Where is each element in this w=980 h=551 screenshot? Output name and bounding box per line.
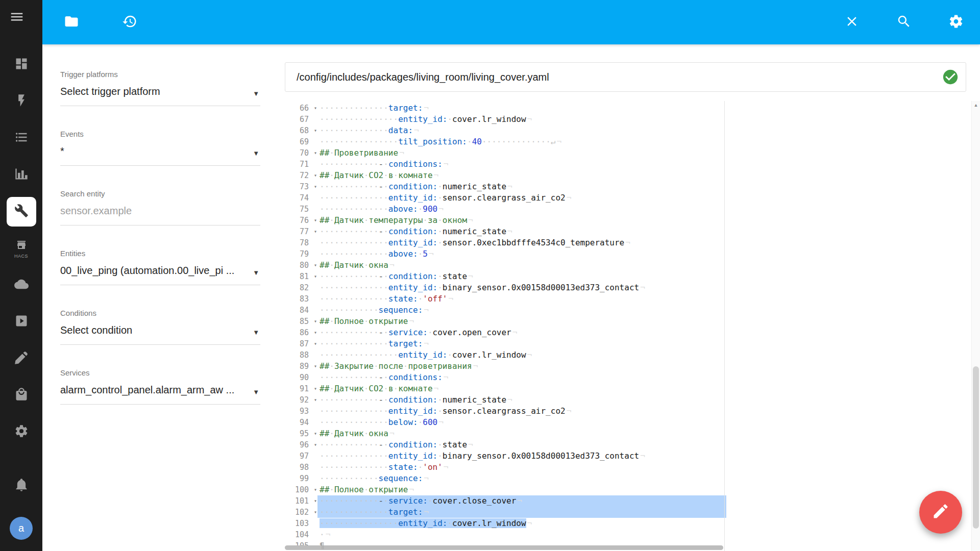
- fold-arrow-icon[interactable]: ▾: [311, 103, 320, 114]
- editor-line-90[interactable]: 90············-·conditions:¬: [285, 372, 980, 383]
- line-content[interactable]: ##·Полное·открытие¬: [320, 484, 980, 495]
- line-content[interactable]: ##·Полное·открытие¬: [320, 316, 980, 327]
- line-number[interactable]: 79: [285, 248, 311, 260]
- editor-line-95[interactable]: 95▾##·Датчик·окна¬: [285, 428, 980, 439]
- events-select[interactable]: *▼: [60, 143, 260, 166]
- line-content[interactable]: ············-·conditions:¬: [320, 372, 980, 383]
- line-number[interactable]: 84: [285, 305, 311, 316]
- editor-line-80[interactable]: 80▾##·Датчик·окна¬: [285, 260, 980, 271]
- line-content[interactable]: ##·Закрытие·после·проветривания¬: [320, 361, 980, 372]
- line-number[interactable]: 100: [285, 484, 311, 495]
- editor-line-91[interactable]: 91▾##·Датчик·CO2·в·комнате¬: [285, 383, 980, 394]
- fold-arrow-icon[interactable]: ▾: [311, 170, 320, 181]
- line-content[interactable]: ##·Проветривание¬: [320, 147, 980, 159]
- settings-button[interactable]: [947, 14, 965, 31]
- editor-line-92[interactable]: 92▾············-·condition:·numeric_stat…: [285, 394, 980, 406]
- editor-line-73[interactable]: 73▾············-·condition:·numeric_stat…: [285, 181, 980, 192]
- line-content[interactable]: ················entity_id:·cover.lr_wind…: [320, 349, 980, 361]
- sidebar-item-settings[interactable]: [7, 417, 36, 447]
- line-content[interactable]: ··············entity_id:·binary_sensor.0…: [320, 450, 980, 462]
- sidebar-item-hacs[interactable]: HACS: [7, 234, 36, 263]
- line-content[interactable]: ··············above:·900¬: [320, 204, 980, 215]
- line-number[interactable]: 80: [285, 260, 311, 271]
- editor-line-71[interactable]: 71············-·conditions:¬: [285, 159, 980, 170]
- line-number[interactable]: 72: [285, 170, 311, 181]
- line-number[interactable]: 96: [285, 439, 311, 450]
- line-number[interactable]: 77: [285, 226, 311, 237]
- line-content[interactable]: ··············data:¬: [320, 125, 980, 136]
- line-number[interactable]: 86: [285, 327, 311, 338]
- fold-arrow-icon[interactable]: ▾: [311, 383, 320, 394]
- vertical-scrollbar[interactable]: ▲: [971, 101, 980, 551]
- search-button[interactable]: [895, 14, 913, 31]
- scroll-up-arrow[interactable]: ▲: [972, 103, 980, 108]
- fold-arrow-icon[interactable]: ▾: [311, 316, 320, 327]
- line-number[interactable]: 73: [285, 181, 311, 192]
- fold-arrow-icon[interactable]: ▾: [311, 338, 320, 349]
- editor-line-97[interactable]: 97··············entity_id:·binary_sensor…: [285, 450, 980, 462]
- line-content[interactable]: ··············target:¬: [320, 338, 980, 349]
- line-number[interactable]: 104: [285, 529, 311, 540]
- editor-line-99[interactable]: 99············sequence:¬: [285, 473, 980, 484]
- line-number[interactable]: 90: [285, 372, 311, 383]
- line-content[interactable]: ················entity_id:·cover.lr_wind…: [320, 114, 980, 125]
- line-number[interactable]: 97: [285, 450, 311, 462]
- horizontal-scrollbar[interactable]: [285, 545, 723, 550]
- line-content[interactable]: ##·Датчик·температуры·за·окном¬: [320, 215, 980, 226]
- line-number[interactable]: 95: [285, 428, 311, 439]
- line-content[interactable]: ············-·conditions:¬: [320, 159, 980, 170]
- fold-arrow-icon[interactable]: ▾: [311, 260, 320, 271]
- editor-line-81[interactable]: 81▾············-·condition:·state¬: [285, 271, 980, 282]
- line-content[interactable]: ················tilt_position:·40·······…: [320, 136, 980, 147]
- fold-arrow-icon[interactable]: ▾: [311, 327, 320, 338]
- editor-line-86[interactable]: 86▾············-·service:·cover.open_cov…: [285, 327, 980, 338]
- line-content[interactable]: ··············entity_id:·binary_sensor.0…: [320, 282, 980, 293]
- line-content[interactable]: ··············target:¬: [320, 507, 980, 518]
- line-number[interactable]: 83: [285, 293, 311, 305]
- history-button[interactable]: [121, 14, 138, 31]
- editor-line-77[interactable]: 77▾············-·condition:·numeric_stat…: [285, 226, 980, 237]
- line-number[interactable]: 78: [285, 237, 311, 248]
- line-number[interactable]: 88: [285, 349, 311, 361]
- editor-line-87[interactable]: 87▾··············target:¬: [285, 338, 980, 349]
- line-content[interactable]: ##·Датчик·CO2·в·комнате¬: [320, 383, 980, 394]
- sidebar-item-logbook[interactable]: [7, 123, 36, 153]
- fold-arrow-icon[interactable]: ▾: [311, 271, 320, 282]
- sidebar-item-history[interactable]: [7, 160, 36, 190]
- line-number[interactable]: 99: [285, 473, 311, 484]
- editor-line-98[interactable]: 98··············state:·'on'¬: [285, 462, 980, 473]
- fold-arrow-icon[interactable]: ▾: [311, 428, 320, 439]
- sidebar-item-flash[interactable]: [7, 87, 36, 116]
- line-content[interactable]: ············sequence:¬: [320, 473, 980, 484]
- fold-arrow-icon[interactable]: ▾: [311, 394, 320, 406]
- sidebar-item-media[interactable]: [7, 307, 36, 337]
- fold-arrow-icon[interactable]: ▾: [311, 147, 320, 159]
- fold-arrow-icon[interactable]: ▾: [311, 226, 320, 237]
- editor-line-72[interactable]: 72▾##·Датчик·CO2·в·комнате¬: [285, 170, 980, 181]
- line-number[interactable]: 70: [285, 147, 311, 159]
- sidebar-item-overview[interactable]: [7, 50, 36, 80]
- scrollbar-thumb[interactable]: [973, 366, 979, 529]
- editor-line-88[interactable]: 88················entity_id:·cover.lr_wi…: [285, 349, 980, 361]
- editor-line-70[interactable]: 70▾##·Проветривание¬: [285, 147, 980, 159]
- user-avatar[interactable]: a: [10, 517, 33, 540]
- line-content[interactable]: ················entity_id:·cover.lr_wind…: [320, 518, 980, 529]
- editor-line-82[interactable]: 82··············entity_id:·binary_sensor…: [285, 282, 980, 293]
- line-number[interactable]: 92: [285, 394, 311, 406]
- editor-line-103[interactable]: 103················entity_id:·cover.lr_w…: [285, 518, 980, 529]
- line-number[interactable]: 71: [285, 159, 311, 170]
- editor-line-79[interactable]: 79··············above:·5¬: [285, 248, 980, 260]
- line-number[interactable]: 74: [285, 192, 311, 204]
- line-number[interactable]: 87: [285, 338, 311, 349]
- line-content[interactable]: ··············state:·'off'¬: [320, 293, 980, 305]
- editor-line-96[interactable]: 96▾············-·condition:·state¬: [285, 439, 980, 450]
- line-number[interactable]: 89: [285, 361, 311, 372]
- conditions-select[interactable]: Select condition▼: [60, 322, 260, 345]
- editor-line-93[interactable]: 93··············entity_id:·sensor.clearg…: [285, 406, 980, 417]
- line-number[interactable]: 81: [285, 271, 311, 282]
- editor-line-89[interactable]: 89▾##·Закрытие·после·проветривания¬: [285, 361, 980, 372]
- sidebar-item-cloud[interactable]: [7, 270, 36, 300]
- editor-line-101[interactable]: 101▾············-·service:·cover.close_c…: [285, 495, 980, 507]
- line-content[interactable]: ··············state:·'on'¬: [320, 462, 980, 473]
- line-content[interactable]: ··············below:·600¬: [320, 417, 980, 428]
